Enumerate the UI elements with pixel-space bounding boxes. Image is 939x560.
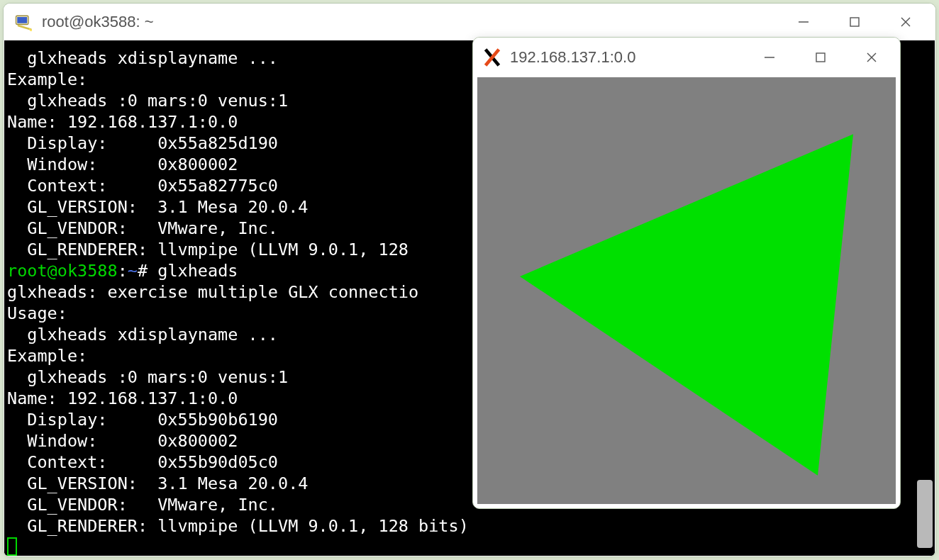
terminal-cursor bbox=[7, 537, 17, 556]
close-button[interactable] bbox=[890, 8, 921, 36]
x11-window-controls bbox=[754, 43, 887, 72]
terminal-line bbox=[7, 537, 932, 556]
x11-title: 192.168.137.1:0.0 bbox=[510, 48, 754, 67]
minimize-button[interactable] bbox=[754, 43, 785, 72]
x11-window: 192.168.137.1:0.0 bbox=[472, 37, 901, 509]
maximize-button[interactable] bbox=[839, 8, 870, 36]
putty-title: root@ok3588: ~ bbox=[42, 13, 788, 31]
putty-icon bbox=[13, 12, 33, 32]
maximize-button[interactable] bbox=[805, 43, 836, 72]
terminal-line: GL_RENDERER: llvmpipe (LLVM 9.0.1, 128 b… bbox=[7, 515, 932, 537]
svg-rect-5 bbox=[850, 18, 859, 26]
x-server-icon bbox=[482, 47, 503, 68]
window-controls bbox=[788, 8, 921, 36]
x11-titlebar[interactable]: 192.168.137.1:0.0 bbox=[473, 38, 900, 77]
scrollbar-thumb[interactable] bbox=[917, 480, 933, 548]
close-button[interactable] bbox=[856, 43, 887, 72]
svg-rect-1 bbox=[17, 17, 27, 23]
svg-line-2 bbox=[18, 26, 31, 29]
gl-canvas bbox=[477, 77, 896, 504]
gl-triangle bbox=[477, 77, 896, 504]
scrollbar[interactable] bbox=[917, 46, 933, 551]
putty-titlebar[interactable]: root@ok3588: ~ bbox=[4, 4, 935, 40]
svg-marker-14 bbox=[520, 134, 853, 476]
svg-rect-11 bbox=[816, 53, 825, 62]
minimize-button[interactable] bbox=[788, 8, 819, 36]
